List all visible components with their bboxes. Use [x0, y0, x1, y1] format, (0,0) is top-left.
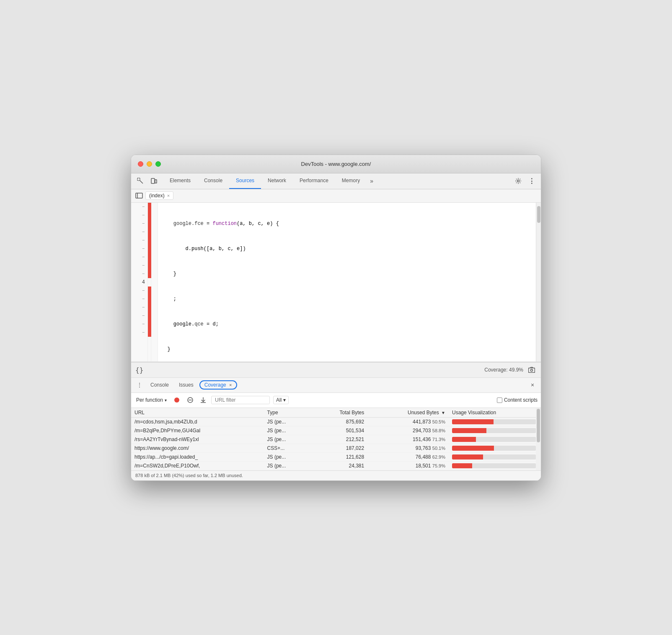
table-row[interactable]: /m=B2qlPe,DhPYme,GU4Gal JS (pe... 501,53… [131, 426, 541, 435]
drawer-scrollbar[interactable] [536, 408, 541, 470]
row-total-bytes: 121,628 [310, 452, 368, 461]
row-type: JS (pe... [264, 417, 310, 426]
row-usage-viz [449, 452, 541, 461]
device-toolbar-icon[interactable] [148, 175, 160, 187]
filter-chevron: ▾ [283, 397, 286, 403]
col-header-unused-bytes[interactable]: Unused Bytes ▼ [367, 408, 449, 418]
horizontal-scrollbar[interactable] [131, 361, 541, 362]
per-function-dropdown[interactable]: Per function ▾ [134, 396, 168, 404]
row-type: JS (pe... [264, 461, 310, 470]
row-type: CSS+... [264, 444, 310, 452]
minimize-button[interactable] [147, 161, 152, 167]
cov-cell-6 [148, 245, 151, 253]
record-coverage-button[interactable] [172, 395, 182, 405]
tab-sources[interactable]: Sources [229, 173, 261, 189]
row-unused-bytes: 151,436 71.3% [367, 435, 449, 444]
svg-rect-2 [151, 178, 155, 183]
line-num-5: – [131, 236, 147, 245]
settings-icon[interactable] [512, 175, 524, 187]
row-total-bytes: 187,022 [310, 444, 368, 452]
sort-arrow-icon: ▼ [441, 410, 445, 415]
status-text: 878 kB of 2.1 MB (42%) used so far, 1.2 … [135, 473, 243, 478]
line-num-7: – [131, 253, 147, 261]
file-tab-close[interactable]: × [167, 193, 170, 198]
drawer-tab-coverage-label: Coverage [204, 382, 226, 388]
cov-cell-13 [148, 303, 151, 312]
table-row[interactable]: https://ap.../cb=gapi.loaded_ JS (pe... … [131, 452, 541, 461]
tab-memory[interactable]: Memory [335, 173, 367, 189]
cov-cell-8 [148, 261, 151, 270]
more-options-icon[interactable]: ⋮ [526, 175, 538, 187]
export-coverage-button[interactable] [199, 397, 208, 403]
cov-cell-2 [148, 211, 151, 219]
unused-bytes-label: Unused Bytes [408, 410, 439, 416]
drawer-close-button[interactable]: × [527, 380, 538, 390]
drawer-scrollbar-thumb[interactable] [537, 409, 540, 442]
line-num-2: – [131, 211, 147, 219]
col-header-type[interactable]: Type [264, 408, 310, 418]
screenshot-icon[interactable] [527, 365, 537, 375]
tab-network[interactable]: Network [261, 173, 293, 189]
tab-console[interactable]: Console [197, 173, 229, 189]
coverage-table-header: URL Type Total Bytes Unused Bytes ▼ Usag… [131, 408, 541, 418]
row-type: JS (pe... [264, 426, 310, 435]
cov-cell-9 [148, 270, 151, 278]
table-row[interactable]: https://www.google.com/ CSS+... 187,022 … [131, 444, 541, 452]
code-scroll-area[interactable]: – – – – – – – – – 4 – – – – – – [131, 203, 541, 361]
drawer-tabs-bar: ⋮ Console Issues Coverage × × [131, 378, 541, 393]
maximize-button[interactable] [155, 161, 161, 167]
per-function-chevron: ▾ [165, 398, 167, 403]
coverage-table: URL Type Total Bytes Unused Bytes ▼ Usag… [131, 408, 541, 470]
content-scripts-toggle[interactable]: Content scripts [497, 397, 538, 403]
tab-elements[interactable]: Elements [163, 173, 197, 189]
code-line-5: google.qce = d; [161, 320, 538, 328]
cov-cell-11 [148, 287, 151, 295]
table-row[interactable]: /rs=AA2YrTvBynad-nWEy1xl JS (pe... 212,5… [131, 435, 541, 444]
line-num-4: – [131, 228, 147, 236]
svg-rect-3 [155, 180, 157, 183]
filter-type-dropdown[interactable]: All ▾ [273, 396, 289, 404]
col-header-url[interactable]: URL [131, 408, 264, 418]
file-tab-index[interactable]: (index) × [145, 191, 173, 200]
vertical-scrollbar[interactable] [536, 203, 541, 361]
window-title: DevTools - www.google.com/ [301, 161, 371, 167]
tab-performance[interactable]: Performance [293, 173, 335, 189]
content-scripts-checkbox[interactable] [497, 398, 502, 403]
table-row[interactable]: /m=CnSW2d,DPreE,P10Owf, JS (pe... 24,381… [131, 461, 541, 470]
clear-coverage-button[interactable] [185, 395, 195, 405]
cov-cell-16 [148, 328, 151, 337]
row-usage-viz [449, 444, 541, 452]
devtools-right-icons: ⋮ [512, 175, 538, 187]
drawer-menu-icon[interactable]: ⋮ [134, 380, 145, 390]
tab-more-button[interactable]: » [367, 173, 377, 189]
col-header-usage-viz[interactable]: Usage Visualization [449, 408, 541, 418]
cov-cell-14 [148, 312, 151, 320]
drawer-tab-issues[interactable]: Issues [175, 380, 198, 390]
svg-point-4 [517, 180, 520, 182]
sidebar-toggle-icon[interactable] [134, 191, 144, 200]
inspect-icon[interactable] [134, 175, 146, 187]
row-url: https://ap.../cb=gapi.loaded_ [131, 452, 264, 461]
coverage-controls-bar: Per function ▾ [131, 393, 541, 408]
row-usage-viz [449, 426, 541, 435]
drawer-tab-coverage[interactable]: Coverage × [199, 380, 237, 390]
coverage-table-wrapper[interactable]: URL Type Total Bytes Unused Bytes ▼ Usag… [131, 408, 541, 470]
line-num-1: – [131, 203, 147, 211]
scrollbar-thumb-v[interactable] [537, 206, 540, 223]
url-filter-input[interactable] [211, 396, 270, 404]
row-url: /rs=AA2YrTvBynad-nWEy1xl [131, 435, 264, 444]
table-row[interactable]: /m=cdos,hsm,jsa,mb4ZUb,d JS (pe... 875,6… [131, 417, 541, 426]
title-bar: DevTools - www.google.com/ [131, 155, 541, 173]
line-num-10: 4 [131, 278, 147, 287]
svg-line-1 [140, 181, 143, 183]
row-usage-viz [449, 435, 541, 444]
close-button[interactable] [138, 161, 143, 167]
line-num-6: – [131, 245, 147, 253]
drawer-tab-coverage-close[interactable]: × [229, 382, 232, 387]
row-unused-bytes: 294,703 58.8% [367, 426, 449, 435]
cov-cell-15 [148, 320, 151, 328]
drawer-tab-console[interactable]: Console [146, 380, 173, 390]
traffic-lights [138, 161, 161, 167]
code-editor: – – – – – – – – – 4 – – – – – – [131, 203, 541, 362]
col-header-total-bytes[interactable]: Total Bytes [310, 408, 368, 418]
